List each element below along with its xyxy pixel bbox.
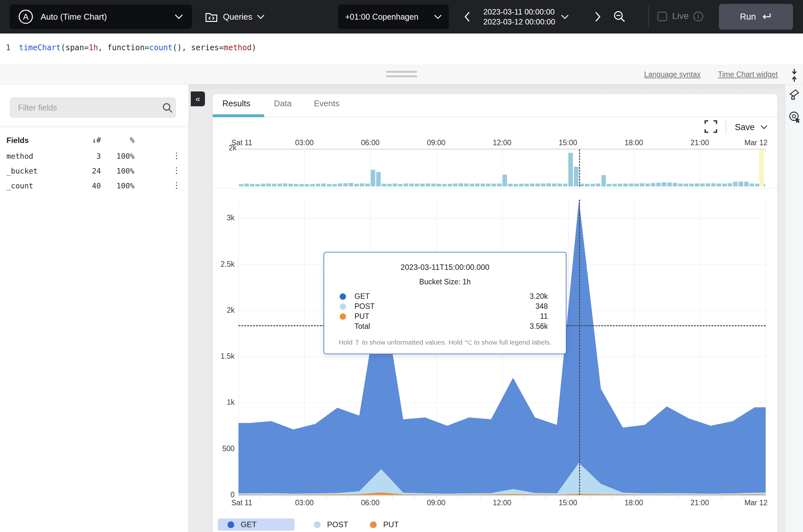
run-button[interactable]: Run [719, 4, 793, 30]
collapse-vertical-icon[interactable] [789, 68, 800, 82]
field-percent: 100% [117, 152, 134, 160]
tooltip-hint: Hold ⇧ to show unformatted values. Hold … [324, 339, 566, 346]
kebab-menu-icon[interactable]: ⋮ [172, 180, 181, 190]
view-selector-button[interactable]: A Auto (Time Chart) [10, 4, 192, 29]
queries-button[interactable]: Queries [205, 4, 264, 29]
axis-tick [282, 496, 283, 498]
tooltip-series-label: PUT [354, 312, 369, 321]
legend-label: GET [241, 520, 257, 529]
y-tick-label: 500 [215, 444, 235, 453]
interactions-target-icon[interactable] [788, 111, 801, 125]
language-syntax-link[interactable]: Language syntax [644, 70, 701, 79]
series-color-dot [340, 293, 346, 300]
y-tick-label: 1k [215, 398, 235, 407]
tooltip-row: Total3.56k [340, 321, 548, 331]
crosshair-vertical [579, 149, 580, 187]
legend-item-post[interactable]: POST [309, 518, 353, 531]
x-tick-label: 21:00 [691, 498, 709, 507]
time-range-end: 2023-03-12 00:00:00 [483, 17, 555, 27]
fullscreen-icon[interactable] [704, 120, 717, 134]
style-brush-icon[interactable] [788, 89, 800, 102]
time-forward-button[interactable] [591, 8, 604, 26]
field-row[interactable]: method3100%⋮ [0, 149, 188, 164]
field-percent: 100% [117, 167, 134, 175]
gridline [304, 149, 305, 187]
toolbar-divider [726, 120, 726, 134]
chevron-down-icon [175, 14, 183, 19]
timezone-button[interactable]: +01:00 Copenhagen [338, 4, 449, 29]
collapse-sidebar-button[interactable]: « [191, 92, 205, 106]
tab-events[interactable]: Events [314, 98, 340, 109]
live-checkbox[interactable] [657, 12, 667, 21]
chevron-down-icon [434, 15, 442, 19]
tab-data[interactable]: Data [274, 98, 292, 109]
legend-color-dot [314, 521, 321, 528]
save-label: Save [735, 122, 755, 132]
legend-item-get[interactable]: GET [218, 518, 295, 531]
results-tabs: ResultsDataEvents [213, 94, 777, 117]
axis-tick [304, 496, 305, 498]
axis-tick [568, 496, 568, 498]
y-tick-label: 2.5k [215, 260, 235, 269]
line-number: 1 [6, 43, 10, 52]
time-range-button[interactable]: 2023-03-11 00:00:00 2023-03-12 00:00:00 [483, 3, 580, 30]
x-tick-label: Sat 11 [231, 498, 252, 507]
tooltip-row: GET3.20k [340, 291, 548, 301]
field-name: method [6, 152, 33, 160]
axis-tick [392, 496, 392, 498]
save-button[interactable]: Save [735, 122, 768, 132]
tooltip-series-label: GET [354, 292, 370, 301]
x-tick-label: 03:00 [295, 138, 314, 147]
time-chart-widget-link[interactable]: Time Chart widget [718, 70, 778, 79]
axis-tick [524, 496, 524, 498]
x-tick-label: 09:00 [427, 138, 446, 147]
y-tick-label: 0 [215, 491, 235, 499]
x-tick-label: Sat 11 [231, 138, 252, 147]
axis-tick [766, 496, 766, 498]
query-editor[interactable]: 1 timeChart(span=1h, function=count(), s… [0, 34, 803, 65]
kebab-menu-icon[interactable]: ⋮ [172, 166, 181, 175]
x-tick-label: 18:00 [624, 498, 643, 507]
filter-fields-input[interactable] [10, 97, 176, 118]
axis-tick [239, 496, 239, 498]
panel-divider-strip: Language syntax Time Chart widget [0, 65, 803, 84]
tab-results[interactable]: Results [222, 98, 250, 109]
field-percent: 100% [117, 182, 134, 190]
query-token: count [149, 43, 172, 52]
topbar: A Auto (Time Chart) Queries +01:00 Copen… [0, 0, 803, 34]
axis-tick [502, 496, 502, 498]
x-tick-label: 09:00 [427, 498, 446, 507]
info-icon[interactable]: i [693, 12, 703, 21]
time-range-start: 2023-03-11 00:00:00 [483, 7, 555, 17]
query-token: timeChart [19, 43, 60, 52]
sort-desc-icon: ↓ [92, 136, 96, 144]
kebab-menu-icon[interactable]: ⋮ [172, 151, 181, 160]
gridline [568, 149, 568, 187]
chevron-down-icon [761, 125, 768, 130]
active-tab-indicator [213, 114, 264, 117]
series-color-dot [340, 303, 346, 310]
zoom-out-icon[interactable] [613, 8, 626, 26]
field-row[interactable]: _bucket24100%⋮ [0, 164, 188, 179]
drag-handle[interactable] [386, 71, 417, 79]
field-count: 24 [92, 167, 101, 175]
query-text[interactable]: timeChart(span=1h, function=count(), ser… [19, 43, 256, 52]
mini-chart-plot[interactable] [239, 149, 766, 186]
x-tick-label: 12:00 [493, 498, 511, 507]
count-column-header[interactable]: ↓# [92, 136, 101, 144]
right-rail [785, 84, 803, 532]
percent-column-header[interactable]: % [130, 136, 134, 144]
topbar-divider [648, 6, 649, 28]
axis-tick [656, 496, 656, 498]
legend-label: PUT [383, 520, 398, 529]
legend-item-put[interactable]: PUT [365, 518, 404, 531]
field-row[interactable]: _count40100%⋮ [0, 179, 188, 194]
time-back-button[interactable] [461, 8, 474, 26]
fields-table: Fields ↓# % method3100%⋮_bucket24100%⋮_c… [0, 133, 188, 194]
gridline [502, 149, 502, 187]
gridline [370, 149, 371, 187]
gridline [700, 149, 700, 187]
tooltip-series-value: 348 [536, 302, 548, 311]
axis-tick [546, 496, 546, 498]
chevron-down-icon [257, 15, 264, 19]
